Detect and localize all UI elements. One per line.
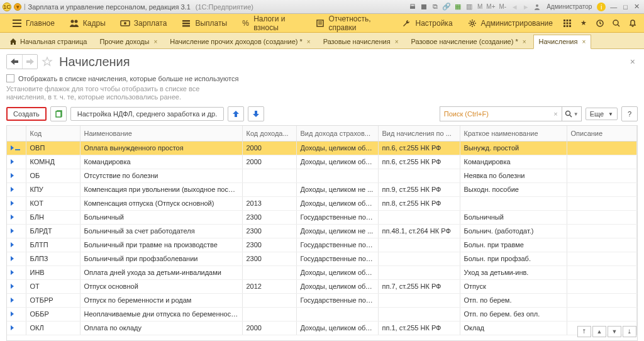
copy-button[interactable] <box>50 106 67 121</box>
data-grid[interactable]: КодНаименованиеКод дохода...Вид дохода с… <box>6 125 638 341</box>
move-up-button[interactable] <box>228 106 244 121</box>
row-icon <box>11 242 14 247</box>
tab-close-icon[interactable]: × <box>580 38 586 45</box>
column-header[interactable]: Краткое наименование <box>460 126 567 141</box>
table-row[interactable]: КПУКомпенсация при увольнении (выходное … <box>7 182 637 196</box>
row-icon <box>11 256 14 261</box>
svg-point-15 <box>471 22 474 25</box>
menu-reports[interactable]: Отчетность, справки <box>309 14 394 33</box>
tab[interactable]: Разовое начисление (создание) *× <box>405 35 531 48</box>
search-short-icon[interactable] <box>610 17 623 30</box>
more-button[interactable]: Еще▼ <box>586 108 618 120</box>
compare-icon[interactable]: ⧉ <box>431 3 440 11</box>
create-button[interactable]: Создать <box>6 107 47 121</box>
tab-label: Начисления <box>539 38 578 45</box>
dropdown-icon[interactable]: ▾ <box>14 3 21 11</box>
tab[interactable]: Прочие доходы× <box>94 35 163 48</box>
toolbar: Создать Настройка НДФЛ, среднего заработ… <box>6 105 638 125</box>
wrench-icon <box>401 18 411 28</box>
table-row[interactable]: ОТБРРОтпуск по беременности и родамГосуд… <box>7 293 637 307</box>
filter-checkbox[interactable] <box>6 74 14 82</box>
clear-search-icon[interactable]: × <box>550 110 561 118</box>
close-window-button[interactable]: ✕ <box>632 3 641 11</box>
tab-close-icon[interactable]: × <box>394 38 399 45</box>
menu-main[interactable]: Главное <box>5 14 62 33</box>
svg-rect-6 <box>13 26 21 27</box>
bell-icon[interactable] <box>626 17 639 30</box>
column-header[interactable]: Вид начисления по ... <box>378 126 460 141</box>
table-row[interactable]: КОМНДКомандировка2000Доходы, целиком обл… <box>7 155 637 169</box>
menu-settings[interactable]: Настройка <box>395 14 459 33</box>
mminus-button[interactable]: M- <box>498 3 508 10</box>
table-row[interactable]: БЛНБольничный2300Государственные пос...Б… <box>7 210 637 224</box>
table-row[interactable]: ОБОтсутствие по болезниНеявка по болезни <box>7 169 637 182</box>
column-header[interactable]: Описание <box>567 126 637 141</box>
help-button[interactable]: ? <box>621 106 638 121</box>
save-icon[interactable] <box>419 3 428 11</box>
column-header[interactable]: Наименование <box>80 126 242 141</box>
apps-icon[interactable] <box>561 17 574 30</box>
column-header[interactable]: Вид дохода страхов... <box>296 126 378 141</box>
user-label[interactable]: Администратор <box>544 3 594 10</box>
minimize-button[interactable]: — <box>608 3 619 11</box>
page-close-button[interactable]: × <box>628 54 638 69</box>
star-icon[interactable]: ★ <box>577 17 590 30</box>
link-icon[interactable]: 🔗 <box>442 3 451 11</box>
calc-icon[interactable]: ▦ <box>453 3 462 11</box>
nav-back-button[interactable] <box>7 55 22 69</box>
nav-fwd-button[interactable] <box>22 55 37 69</box>
svg-rect-22 <box>564 25 565 27</box>
maximize-button[interactable]: □ <box>621 3 630 11</box>
table-row[interactable]: ОВПОплата вынужденного простоя2000Доходы… <box>7 141 637 155</box>
menu-hr[interactable]: Кадры <box>63 14 113 33</box>
row-icon <box>11 187 14 192</box>
tab[interactable]: Начальная страница <box>4 35 92 48</box>
app-logo-icon: 1C <box>3 3 11 11</box>
grid-bottom-button[interactable]: ⤓ <box>623 326 636 337</box>
tab-close-icon[interactable]: × <box>306 38 311 45</box>
svg-rect-27 <box>56 111 61 117</box>
tab[interactable]: Начисление прочих доходов (создание) *× <box>164 35 316 48</box>
tab[interactable]: Разовые начисления× <box>318 35 404 48</box>
info-icon[interactable]: i <box>597 3 606 11</box>
move-down-button[interactable] <box>248 106 264 121</box>
table-row[interactable]: ОТОтпуск основной2012Доходы, целиком обл… <box>7 279 637 293</box>
main-menu: Главное Кадры Зарплата Выплаты % Налоги … <box>0 14 644 33</box>
print-icon[interactable] <box>408 3 417 11</box>
table-row[interactable]: ОББРНеоплачиваемые дни отпуска по береме… <box>7 307 637 321</box>
table-row[interactable]: ОКЛОплата по окладу2000Доходы, целиком о… <box>7 321 637 335</box>
menu-admin[interactable]: Администрирование <box>461 14 560 33</box>
table-row[interactable]: ИНВОплата дней ухода за детьми-инвалидам… <box>7 266 637 279</box>
row-icon <box>11 173 14 178</box>
tab-label: Начисление прочих доходов (создание) * <box>170 38 303 45</box>
titlebar: 1C ▾ | Зарплата и управление персоналом,… <box>0 0 644 14</box>
favorite-icon[interactable] <box>42 56 53 67</box>
table-row[interactable]: БЛРДТБольничный за счет работодателя2300… <box>7 224 637 238</box>
home-icon <box>9 38 17 45</box>
menu-payments[interactable]: Выплаты <box>175 14 234 33</box>
calendar-icon[interactable]: ▥ <box>465 3 474 11</box>
tab-label: Прочие доходы <box>99 38 149 45</box>
grid-up-button[interactable]: ▲ <box>592 326 606 337</box>
m-button[interactable]: M <box>476 3 484 10</box>
row-icon <box>11 215 14 220</box>
menu-taxes[interactable]: % Налоги и взносы <box>235 14 308 33</box>
history-icon[interactable] <box>594 17 606 30</box>
tab-close-icon[interactable]: × <box>521 38 526 45</box>
mplus-button[interactable]: M+ <box>485 3 496 10</box>
column-header[interactable]: Код дохода... <box>242 126 296 141</box>
back-disabled-icon: ◄ <box>510 3 519 11</box>
search-dropdown-button[interactable]: ▼ <box>562 106 582 121</box>
table-row[interactable]: БЛТПБольничный при травме на производств… <box>7 238 637 252</box>
menu-salary[interactable]: Зарплата <box>114 14 174 33</box>
table-row[interactable]: БЛПЗБольничный при профзаболевании2300Го… <box>7 252 637 266</box>
table-row[interactable]: КОТКомпенсация отпуска (Отпуск основной)… <box>7 196 637 210</box>
ndfl-button[interactable]: Настройка НДФЛ, среднего заработка и др. <box>70 107 224 121</box>
tab-close-icon[interactable]: × <box>152 38 157 45</box>
search-input[interactable] <box>440 110 550 118</box>
tab[interactable]: Начисления× <box>533 35 592 49</box>
user-icon <box>533 3 541 11</box>
grid-down-button[interactable]: ▼ <box>608 326 621 337</box>
grid-top-button[interactable]: ⤒ <box>577 326 591 337</box>
column-header[interactable]: Код <box>26 126 80 141</box>
